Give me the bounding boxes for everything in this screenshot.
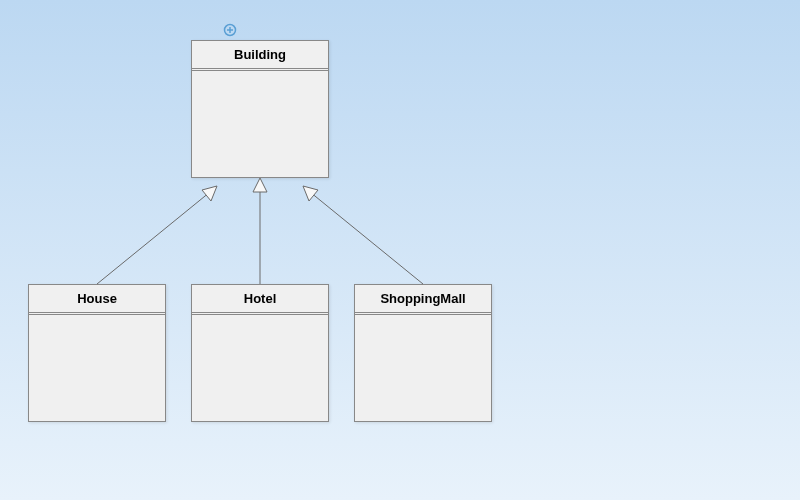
class-body: [192, 71, 328, 173]
connector-hotel-building: [253, 178, 267, 284]
svg-line-7: [310, 192, 423, 284]
class-body: [192, 315, 328, 417]
add-class-icon[interactable]: [223, 23, 237, 37]
class-shoppingmall-title: ShoppingMall: [355, 285, 491, 313]
connector-shoppingmall-building: [303, 186, 423, 284]
class-hotel[interactable]: Hotel: [191, 284, 329, 422]
class-body: [29, 315, 165, 417]
class-body: [355, 315, 491, 417]
class-house[interactable]: House: [28, 284, 166, 422]
class-building-title: Building: [192, 41, 328, 69]
class-shoppingmall[interactable]: ShoppingMall: [354, 284, 492, 422]
class-building[interactable]: Building: [191, 40, 329, 178]
svg-marker-8: [303, 186, 318, 201]
svg-line-3: [97, 192, 210, 284]
svg-marker-6: [253, 178, 267, 192]
class-house-title: House: [29, 285, 165, 313]
inheritance-connectors: [0, 0, 800, 500]
svg-marker-4: [202, 186, 217, 201]
class-hotel-title: Hotel: [192, 285, 328, 313]
connector-house-building: [97, 186, 217, 284]
